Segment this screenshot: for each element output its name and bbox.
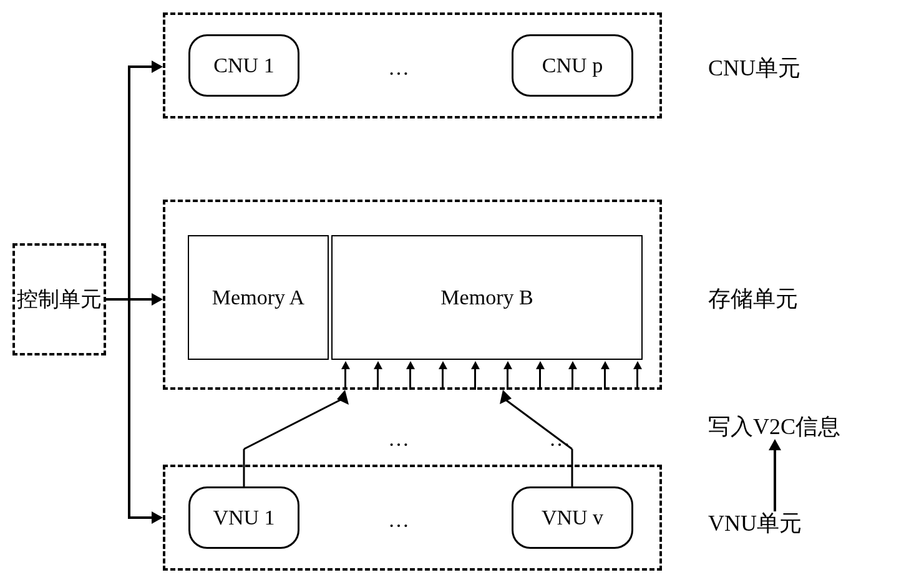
vnuv-to-memory-connector bbox=[0, 0, 924, 580]
svg-line-4 bbox=[505, 399, 572, 449]
write-arrow-head bbox=[769, 439, 781, 450]
write-arrow-line bbox=[774, 449, 776, 511]
